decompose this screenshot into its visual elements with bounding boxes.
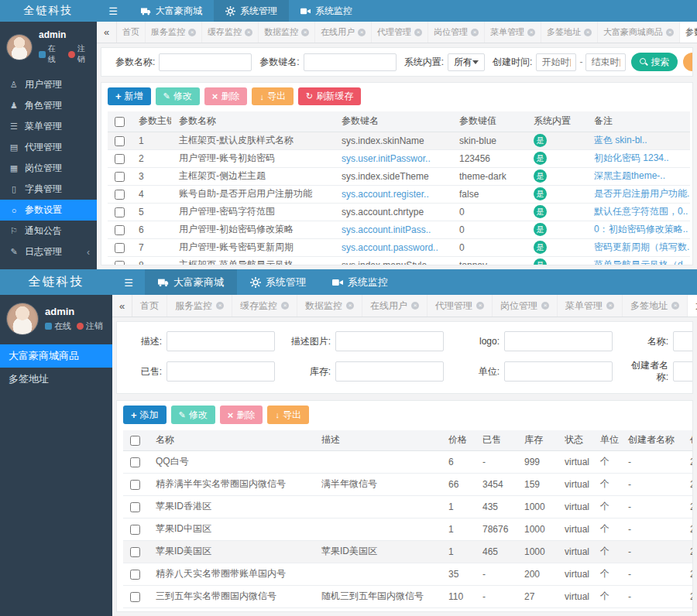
nav-item-monitor[interactable]: 系统监控 <box>289 0 364 22</box>
row-checkbox[interactable] <box>130 592 140 602</box>
form-field-input[interactable] <box>167 331 275 351</box>
search-button[interactable]: 搜索 <box>631 53 678 71</box>
param-row[interactable]: 4 账号自助-是否开启用户注册功能 sys.account.register..… <box>108 185 690 203</box>
form-field-input[interactable] <box>504 361 613 382</box>
param-key[interactable]: sys.account.chrtype <box>334 203 452 221</box>
avatar[interactable] <box>6 303 39 335</box>
param-name-input[interactable] <box>159 53 252 71</box>
sidebar-item[interactable]: 代理管理 ‹ <box>0 137 97 158</box>
param-key[interactable]: sys.account.initPass.. <box>334 221 452 238</box>
column-header[interactable]: 已售 <box>475 430 517 450</box>
column-header[interactable]: 名称 <box>148 430 314 450</box>
toolbar-button[interactable]: 删除 <box>220 406 263 424</box>
tab[interactable]: 缓存监控 × <box>202 22 259 43</box>
row-checkbox[interactable] <box>130 525 140 535</box>
row-checkbox[interactable] <box>115 207 125 217</box>
param-row[interactable]: 7 用户管理-账号密码更新周期 sys.account.password.. 0… <box>108 238 690 256</box>
param-row[interactable]: 8 主框架页-菜单导航显示风格 sys.index.menuStyle topn… <box>108 256 690 265</box>
tab[interactable]: 参数设置 × <box>680 22 697 43</box>
row-checkbox[interactable] <box>115 261 125 265</box>
sidebar-item[interactable]: 通知公告 ‹ <box>0 221 97 241</box>
form-field-input[interactable] <box>167 361 275 382</box>
sidebar-item[interactable]: 大富豪商城商品 <box>0 344 112 368</box>
column-header[interactable]: 单位 <box>592 430 620 450</box>
tab-close-icon[interactable]: × <box>346 302 354 310</box>
column-header[interactable]: 系统内置 <box>526 111 586 132</box>
product-row[interactable]: 精养八天实名带圈带账单国内号 35 - 200 virtual 个 - 20 <box>123 563 693 585</box>
tab[interactable]: 数据监控 × <box>297 295 362 317</box>
sidebar-item[interactable]: 菜单管理 ‹ <box>0 116 97 137</box>
tab-close-icon[interactable]: × <box>476 302 484 310</box>
toolbar-button[interactable]: 添加 <box>123 406 167 424</box>
row-checkbox[interactable] <box>115 225 125 235</box>
column-header[interactable]: 参数主键 <box>131 111 171 132</box>
param-key[interactable]: sys.account.register.. <box>334 185 452 203</box>
param-row[interactable]: 3 主框架页-侧边栏主题 sys.index.sideTheme theme-d… <box>108 167 690 185</box>
column-header[interactable]: 参数键名 <box>334 111 452 132</box>
sidebar-item[interactable]: 参数设置 ‹ <box>0 200 97 221</box>
column-header[interactable]: 价格 <box>441 430 475 450</box>
tab-close-icon[interactable]: × <box>414 29 422 36</box>
tab-close-icon[interactable]: × <box>606 302 614 310</box>
toolbar-button[interactable]: 导出 <box>267 406 309 424</box>
product-row[interactable]: QQ白号 6 - 999 virtual 个 - 20 <box>123 450 693 473</box>
tab[interactable]: 多签地址 × <box>541 22 598 43</box>
param-remark[interactable]: 是否开启注册用户功能.. <box>586 185 690 203</box>
param-key[interactable]: sys.index.menuStyle <box>334 256 452 265</box>
column-header[interactable]: 备注 <box>586 111 690 132</box>
row-checkbox[interactable] <box>115 172 125 182</box>
row-checkbox[interactable] <box>130 457 140 467</box>
param-remark[interactable]: 默认任意字符范围，0.. <box>586 203 690 221</box>
column-header[interactable]: 参数键值 <box>452 111 526 132</box>
param-remark[interactable]: 深黑主题theme-.. <box>586 167 690 185</box>
toolbar-button[interactable]: 新增 <box>108 87 151 105</box>
tab[interactable]: 大富豪商城商品 × <box>688 295 697 317</box>
select-all-checkbox[interactable] <box>115 117 125 127</box>
row-checkbox[interactable] <box>130 547 140 557</box>
tab-close-icon[interactable]: × <box>245 29 252 36</box>
row-checkbox[interactable] <box>130 480 140 490</box>
tab[interactable]: 在线用户 × <box>315 22 372 43</box>
row-checkbox[interactable] <box>130 570 140 580</box>
column-header[interactable]: 状态 <box>557 430 592 450</box>
param-row[interactable]: 5 用户管理-密码字符范围 sys.account.chrtype 0 是 默认… <box>108 203 690 221</box>
column-header[interactable]: 创建者名称 <box>620 430 682 450</box>
form-field-input[interactable] <box>335 331 444 351</box>
param-key[interactable]: sys.index.sideTheme <box>334 167 452 185</box>
tab-close-icon[interactable]: × <box>188 29 196 36</box>
logout-button[interactable]: 注销 <box>68 43 92 65</box>
tab-close-icon[interactable]: × <box>301 29 309 36</box>
row-checkbox[interactable] <box>115 243 125 253</box>
sidebar-item[interactable]: 字典管理 ‹ <box>0 179 97 200</box>
form-field-input[interactable] <box>673 331 693 351</box>
toolbar-button[interactable]: 删除 <box>204 87 248 105</box>
toolbar-button[interactable]: 刷新缓存 <box>298 87 361 105</box>
column-header[interactable]: 参数名称 <box>171 111 334 132</box>
start-time-input[interactable] <box>536 53 576 71</box>
tab-close-icon[interactable]: × <box>541 302 549 310</box>
row-checkbox[interactable] <box>115 190 125 200</box>
param-key-input[interactable] <box>304 53 397 71</box>
param-remark[interactable]: 密码更新周期（填写数.. <box>586 238 690 256</box>
tab[interactable]: 首页 × <box>132 295 167 317</box>
tab[interactable]: 岗位管理 × <box>493 295 558 317</box>
toolbar-button[interactable]: 导出 <box>252 87 294 105</box>
product-row[interactable]: 精养满半年实名带圈国内微信号 满半年微信号 66 3454 159 virtua… <box>123 473 693 495</box>
tab-close-icon[interactable]: × <box>281 302 289 310</box>
param-key[interactable]: sys.user.initPasswor.. <box>334 149 452 167</box>
toolbar-button[interactable]: 修改 <box>171 406 215 424</box>
tabs-scroll-left-button[interactable]: « <box>97 22 117 43</box>
tab[interactable]: 菜单管理 × <box>485 22 541 43</box>
param-row[interactable]: 6 用户管理-初始密码修改策略 sys.account.initPass.. 0… <box>108 221 690 238</box>
tab-close-icon[interactable]: × <box>216 302 224 310</box>
sidebar-item[interactable]: 多签地址 <box>0 368 112 391</box>
product-row[interactable]: 苹果ID香港区 1 435 1000 virtual 个 - 20 <box>123 495 693 518</box>
param-key[interactable]: sys.index.skinName <box>334 132 452 149</box>
param-remark[interactable]: 0：初始密码修改策略.. <box>586 221 690 238</box>
sidebar-toggle-button[interactable] <box>112 269 145 295</box>
nav-item-system[interactable]: 系统管理 <box>214 0 289 22</box>
tabs-scroll-left-button[interactable]: « <box>112 295 132 317</box>
row-checkbox[interactable] <box>115 154 125 164</box>
tab[interactable]: 代理管理 × <box>372 22 428 43</box>
sidebar-item[interactable]: 角色管理 ‹ <box>0 95 97 116</box>
